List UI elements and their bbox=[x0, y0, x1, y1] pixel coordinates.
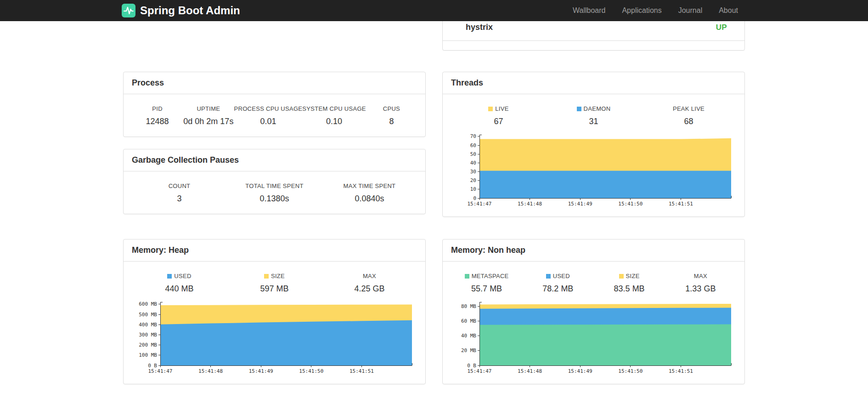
svg-text:500 MB: 500 MB bbox=[139, 312, 157, 318]
svg-text:40: 40 bbox=[470, 160, 476, 166]
process-metrics: PID 12488 UPTIME 0d 0h 2m 17s PROCESS CP… bbox=[132, 105, 417, 126]
svg-text:0 B: 0 B bbox=[467, 363, 476, 369]
legend-peak-live: PEAK LIVE 68 bbox=[641, 105, 736, 126]
svg-text:15:41:47: 15:41:47 bbox=[148, 368, 172, 374]
metaspace-series-swatch bbox=[465, 274, 469, 279]
legend-value: 55.7 MB bbox=[451, 284, 522, 294]
brand-link[interactable]: Spring Boot Admin bbox=[122, 4, 240, 17]
legend-size: SIZE 83.5 MB bbox=[594, 273, 665, 294]
metric-max-time-spent: MAX TIME SPENT 0.0840s bbox=[322, 182, 417, 204]
threads-chart: 01020304050607015:41:4715:41:4815:41:491… bbox=[454, 131, 734, 208]
legend-daemon: DAEMON 31 bbox=[546, 105, 641, 126]
navbar: Spring Boot Admin Wallboard Applications… bbox=[0, 0, 868, 21]
metric-value: 0d 0h 2m 17s bbox=[183, 117, 234, 126]
used-series-swatch bbox=[546, 274, 551, 279]
navbar-container: Spring Boot Admin Wallboard Applications… bbox=[115, 0, 753, 21]
navbar-menu: Wallboard Applications Journal About bbox=[564, 0, 746, 21]
metric-label: TOTAL TIME SPENT bbox=[227, 182, 322, 189]
application-name-link[interactable]: hystrix bbox=[466, 22, 493, 33]
metric-value: 0.10 bbox=[302, 117, 366, 126]
svg-text:15:41:51: 15:41:51 bbox=[668, 201, 693, 207]
svg-text:0: 0 bbox=[473, 195, 476, 201]
process-panel: Process PID 12488 UPTIME 0d 0h 2m 17s bbox=[123, 72, 426, 137]
nav-item-wallboard[interactable]: Wallboard bbox=[564, 0, 614, 21]
svg-text:15:41:47: 15:41:47 bbox=[467, 201, 491, 207]
svg-text:400 MB: 400 MB bbox=[139, 322, 157, 328]
svg-text:60: 60 bbox=[470, 142, 476, 148]
legend-label: USED bbox=[174, 273, 191, 279]
legend-metaspace: METASPACE 55.7 MB bbox=[451, 273, 522, 294]
legend-used: USED 440 MB bbox=[132, 273, 227, 294]
nav-item-journal[interactable]: Journal bbox=[670, 0, 710, 21]
heap-legend: USED 440 MB SIZE 597 MB MAX 4.25 GB bbox=[132, 273, 417, 294]
nav-item-about[interactable]: About bbox=[710, 0, 746, 21]
used-series-swatch bbox=[167, 274, 172, 279]
legend-max: MAX 4.25 GB bbox=[322, 273, 417, 294]
svg-text:15:41:50: 15:41:50 bbox=[618, 368, 643, 374]
metric-value: 3 bbox=[132, 194, 227, 204]
brand-title: Spring Boot Admin bbox=[140, 4, 240, 17]
nonheap-panel-title: Memory: Non heap bbox=[443, 239, 744, 262]
metric-pid: PID 12488 bbox=[132, 105, 183, 126]
threads-panel: Threads LIVE 67 DAEMON 31 bbox=[442, 72, 745, 217]
live-series-swatch bbox=[488, 107, 493, 111]
legend-label: SIZE bbox=[271, 273, 285, 279]
metric-cpus: CPUS 8 bbox=[366, 105, 417, 126]
gc-metrics: COUNT 3 TOTAL TIME SPENT 0.1380s MAX TIM… bbox=[132, 182, 417, 204]
metric-value: 0.01 bbox=[234, 117, 302, 126]
metric-system-cpu-usage: SYSTEM CPU USAGE 0.10 bbox=[302, 105, 366, 126]
nonheap-legend: METASPACE 55.7 MB USED 78.2 MB SIZE 83.5… bbox=[451, 273, 736, 294]
nonheap-memory-panel: Memory: Non heap METASPACE 55.7 MB USED … bbox=[442, 239, 745, 384]
gc-panel: Garbage Collection Pauses COUNT 3 TOTAL … bbox=[123, 149, 426, 214]
legend-value: 4.25 GB bbox=[322, 284, 417, 294]
svg-text:300 MB: 300 MB bbox=[139, 332, 157, 338]
legend-value: 83.5 MB bbox=[594, 284, 665, 294]
svg-text:15:41:48: 15:41:48 bbox=[518, 201, 542, 207]
svg-text:20 MB: 20 MB bbox=[461, 347, 476, 353]
metric-value: 0.1380s bbox=[227, 194, 322, 204]
metric-label: MAX TIME SPENT bbox=[322, 182, 417, 189]
svg-text:40 MB: 40 MB bbox=[461, 333, 476, 339]
size-series-swatch bbox=[619, 274, 624, 279]
page-content: hystrix UP Process PID 12488 bbox=[0, 0, 868, 410]
legend-value: 597 MB bbox=[227, 284, 322, 294]
threads-panel-title: Threads bbox=[443, 72, 744, 94]
legend-used: USED 78.2 MB bbox=[522, 273, 593, 294]
svg-text:0 B: 0 B bbox=[148, 363, 157, 369]
legend-value: 31 bbox=[546, 117, 641, 126]
metric-label: UPTIME bbox=[183, 105, 234, 112]
legend-label: MAX bbox=[665, 273, 736, 279]
metric-total-time-spent: TOTAL TIME SPENT 0.1380s bbox=[227, 182, 322, 204]
panel-footer-spacer bbox=[443, 41, 744, 50]
heap-memory-chart: 0 B100 MB200 MB300 MB400 MB500 MB600 MB1… bbox=[135, 298, 415, 376]
svg-text:15:41:50: 15:41:50 bbox=[299, 368, 323, 374]
legend-label: DAEMON bbox=[584, 105, 611, 112]
legend-live: LIVE 67 bbox=[451, 105, 546, 126]
svg-text:15:41:50: 15:41:50 bbox=[618, 201, 643, 207]
application-status-badge: UP bbox=[716, 22, 727, 33]
svg-text:15:41:49: 15:41:49 bbox=[248, 368, 273, 374]
metric-label: COUNT bbox=[132, 182, 227, 189]
size-series-swatch bbox=[264, 274, 269, 279]
legend-value: 440 MB bbox=[132, 284, 227, 294]
spring-boot-admin-logo-icon bbox=[122, 4, 135, 17]
legend-value: 67 bbox=[451, 117, 546, 126]
svg-text:30: 30 bbox=[470, 169, 476, 175]
svg-text:10: 10 bbox=[470, 186, 476, 192]
svg-text:15:41:48: 15:41:48 bbox=[198, 368, 223, 374]
legend-label: USED bbox=[553, 273, 570, 279]
nav-item-applications[interactable]: Applications bbox=[614, 0, 670, 21]
metric-value: 12488 bbox=[132, 117, 183, 126]
svg-text:15:41:51: 15:41:51 bbox=[349, 368, 373, 374]
metric-label: SYSTEM CPU USAGE bbox=[302, 105, 366, 112]
legend-label: MAX bbox=[322, 273, 417, 279]
legend-value: 78.2 MB bbox=[522, 284, 593, 294]
legend-size: SIZE 597 MB bbox=[227, 273, 322, 294]
metric-process-cpu-usage: PROCESS CPU USAGE 0.01 bbox=[234, 105, 302, 126]
svg-text:50: 50 bbox=[470, 151, 476, 157]
svg-text:70: 70 bbox=[470, 133, 476, 139]
daemon-series-swatch bbox=[577, 107, 581, 111]
svg-text:15:41:51: 15:41:51 bbox=[668, 368, 693, 374]
legend-label: LIVE bbox=[495, 105, 508, 112]
svg-text:600 MB: 600 MB bbox=[139, 301, 157, 307]
